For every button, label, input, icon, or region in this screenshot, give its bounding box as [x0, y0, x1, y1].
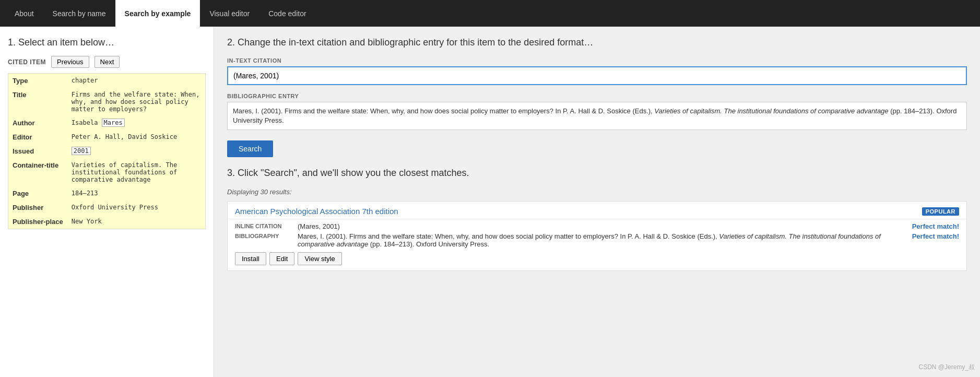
install-button[interactable]: Install: [235, 252, 266, 265]
biblio-italic-part: Varieties of capitalism. The institution…: [654, 107, 888, 115]
field-value-editor: Peter A. Hall, David Soskice: [67, 130, 206, 144]
step3-heading: 3. Click "Search", and we'll show you th…: [227, 168, 967, 179]
table-row: Publisher Oxford University Press: [8, 201, 206, 215]
view-style-button[interactable]: View style: [298, 252, 341, 265]
result-card-header: American Psychological Association 7th e…: [228, 202, 966, 219]
field-value-page: 184–213: [67, 186, 206, 201]
field-key-container: Container-title: [8, 158, 67, 186]
table-row: Editor Peter A. Hall, David Soskice: [8, 130, 206, 144]
cited-item-label: CITED ITEM: [8, 58, 46, 66]
watermark: CSDN @Jeremy_叔: [918, 363, 975, 372]
inline-match: Perfect match!: [912, 222, 959, 230]
displaying-results: Displaying 30 results:: [227, 188, 967, 196]
field-key-publisher: Publisher: [8, 201, 67, 215]
right-panel: 2. Change the in-text citation and bibli…: [214, 27, 980, 377]
previous-button[interactable]: Previous: [51, 56, 89, 68]
biblio-match: Perfect match!: [912, 232, 959, 240]
issued-highlight: 2001: [72, 147, 91, 155]
table-row: Container-title Varieties of capitalism.…: [8, 158, 206, 186]
nav-visual-editor[interactable]: Visual editor: [200, 0, 259, 27]
nav-about[interactable]: About: [5, 0, 43, 27]
field-key-type: Type: [8, 74, 67, 88]
field-value-publisher: Oxford University Press: [67, 201, 206, 215]
table-row: Publisher-place New York: [8, 215, 206, 229]
biblio-entry-display: Mares, I. (2001). Firms and the welfare …: [227, 102, 967, 130]
main-layout: 1. Select an item below… CITED ITEM Prev…: [0, 27, 980, 377]
author-highlight: Mares: [102, 119, 125, 127]
field-value-publisher-place: New York: [67, 215, 206, 229]
field-key-page: Page: [8, 186, 67, 201]
step2-heading: 2. Change the in-text citation and bibli…: [227, 37, 967, 48]
table-row: Title Firms and the welfare state: When,…: [8, 88, 206, 116]
nav-code-editor[interactable]: Code editor: [259, 0, 315, 27]
field-key-publisher-place: Publisher-place: [8, 215, 67, 229]
edit-button[interactable]: Edit: [269, 252, 294, 265]
field-value-container: Varieties of capitalism. The institution…: [67, 158, 206, 186]
left-panel: 1. Select an item below… CITED ITEM Prev…: [0, 27, 214, 377]
biblio-result-italic: Varieties of capitalism. The institution…: [298, 232, 881, 248]
result-card: American Psychological Association 7th e…: [227, 201, 967, 271]
result-actions: Install Edit View style: [235, 252, 959, 265]
popular-badge: POPULAR: [922, 207, 959, 216]
search-button[interactable]: Search: [227, 140, 273, 157]
table-row: Page 184–213: [8, 186, 206, 201]
step1-heading: 1. Select an item below…: [8, 37, 206, 48]
biblio-label: BIBLIOGRAPHIC ENTRY: [227, 93, 967, 99]
cited-item-header: CITED ITEM Previous Next: [8, 56, 206, 68]
nav-search-by-name[interactable]: Search by name: [43, 0, 115, 27]
field-value-type: chapter: [67, 74, 206, 88]
top-nav: About Search by name Search by example V…: [0, 0, 980, 27]
table-row: Author Isabela Mares: [8, 116, 206, 130]
table-row: Issued 2001: [8, 144, 206, 158]
intext-citation-input[interactable]: [227, 66, 967, 85]
result-inline-row: INLINE CITATION (Mares, 2001) Perfect ma…: [235, 222, 959, 230]
inline-citation-label: INLINE CITATION: [235, 222, 292, 229]
field-key-issued: Issued: [8, 144, 67, 158]
bibliography-label: BIBLIOGRAPHY: [235, 232, 292, 239]
field-value-author: Isabela Mares: [67, 116, 206, 130]
inline-citation-value: (Mares, 2001): [298, 222, 907, 230]
field-key-author: Author: [8, 116, 67, 130]
field-key-editor: Editor: [8, 130, 67, 144]
intext-label: IN-TEXT CITATION: [227, 57, 967, 64]
result-biblio-row: BIBLIOGRAPHY Mares, I. (2001). Firms and…: [235, 232, 959, 248]
result-title[interactable]: American Psychological Association 7th e…: [235, 207, 398, 216]
bibliography-value: Mares, I. (2001). Firms and the welfare …: [298, 232, 907, 248]
next-button[interactable]: Next: [95, 56, 120, 68]
citation-table: Type chapter Title Firms and the welfare…: [8, 73, 206, 229]
nav-search-by-example[interactable]: Search by example: [115, 0, 200, 27]
field-value-title: Firms and the welfare state: When, why, …: [67, 88, 206, 116]
result-body: INLINE CITATION (Mares, 2001) Perfect ma…: [228, 219, 966, 270]
table-row: Type chapter: [8, 74, 206, 88]
field-key-title: Title: [8, 88, 67, 116]
field-value-issued: 2001: [67, 144, 206, 158]
